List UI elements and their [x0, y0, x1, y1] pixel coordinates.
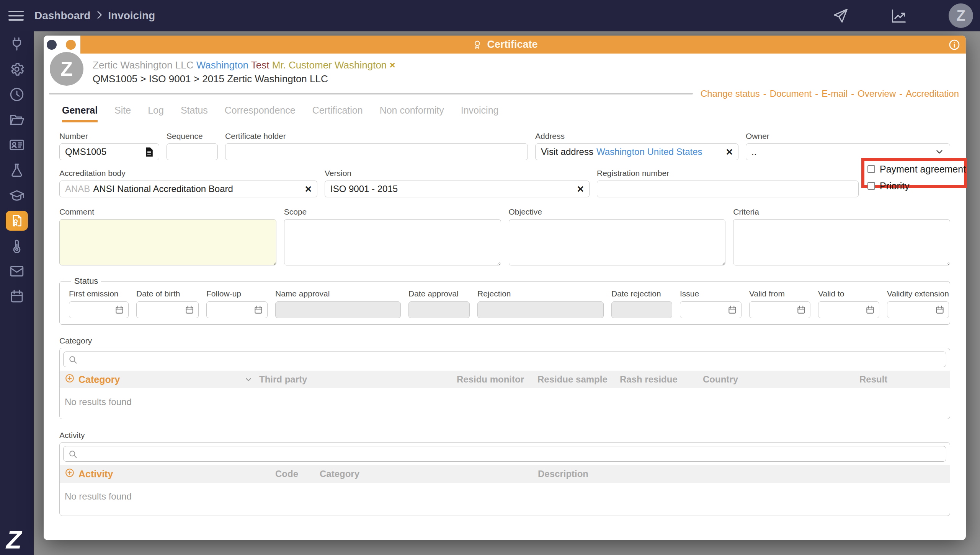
info-icon[interactable] — [948, 39, 960, 51]
chart-icon[interactable] — [890, 7, 907, 24]
col-country[interactable]: Country — [703, 371, 738, 388]
version-field[interactable]: ISO 9001 - 2015 × — [325, 181, 590, 197]
col-category[interactable]: Category — [320, 465, 359, 483]
sidebar-item-contacts[interactable] — [0, 132, 34, 158]
clear-version-icon[interactable]: × — [577, 183, 584, 195]
link-document[interactable]: Document — [770, 88, 812, 99]
tab-non-conformity[interactable]: Non conformity — [380, 105, 444, 122]
calendar-icon[interactable] — [114, 305, 124, 315]
sidebar-item-plug[interactable] — [0, 31, 34, 57]
clear-accreditation-body-icon[interactable]: × — [305, 183, 312, 195]
valid-from-date-field[interactable] — [749, 301, 810, 318]
tab-site[interactable]: Site — [114, 105, 131, 122]
sort-chevron-icon[interactable] — [243, 371, 253, 388]
entity-contact-link[interactable]: Mr. Customer Washington — [272, 59, 387, 71]
calendar-icon[interactable] — [727, 305, 737, 315]
follow-up-date-field[interactable] — [206, 301, 268, 318]
entity-location-link[interactable]: Washington — [196, 59, 248, 71]
validity-extension-date-field[interactable] — [887, 301, 949, 318]
window-dot-orange[interactable] — [66, 40, 76, 50]
tab-general[interactable]: General — [62, 105, 98, 122]
activity-search-input[interactable] — [63, 446, 946, 462]
comment-textarea[interactable] — [59, 219, 276, 265]
chevron-down-icon — [934, 147, 944, 157]
tab-status[interactable]: Status — [181, 105, 208, 122]
col-third-party[interactable]: Third party — [259, 371, 307, 388]
col-result[interactable]: Result — [859, 371, 887, 388]
scope-textarea[interactable] — [284, 219, 501, 265]
col-residue-sample[interactable]: Residue sample — [537, 371, 608, 388]
add-activity-icon[interactable] — [65, 468, 75, 480]
send-icon[interactable] — [832, 7, 849, 24]
sidebar-item-time[interactable] — [0, 82, 34, 107]
link-change-status[interactable]: Change status — [701, 88, 760, 99]
number-field[interactable]: QMS1005 — [59, 143, 159, 160]
calendar-icon[interactable] — [865, 305, 875, 315]
plug-icon — [9, 36, 25, 52]
calendar-icon[interactable] — [185, 305, 194, 315]
flask-icon — [9, 162, 25, 178]
breadcrumb-invoicing[interactable]: Invoicing — [108, 10, 155, 22]
add-activity-button[interactable]: Activity — [78, 469, 113, 480]
id-card-icon — [9, 137, 25, 153]
issue-date-field[interactable] — [680, 301, 742, 318]
calendar-icon[interactable] — [796, 305, 806, 315]
tab-log[interactable]: Log — [148, 105, 164, 122]
sidebar-item-training[interactable] — [0, 183, 34, 208]
hamburger-menu-icon[interactable] — [8, 8, 24, 23]
sidebar-item-calendar[interactable] — [0, 284, 34, 309]
col-rash-residue[interactable]: Rash residue — [620, 371, 678, 388]
col-code[interactable]: Code — [275, 465, 298, 483]
owner-select[interactable]: .. — [746, 143, 950, 160]
tab-correspondence[interactable]: Correspondence — [225, 105, 296, 122]
quick-links-row: Change status - Document - E-mail - Over… — [44, 88, 966, 99]
sidebar-item-projects[interactable] — [0, 107, 34, 132]
rejection-field — [477, 301, 604, 318]
registration-number-field[interactable] — [597, 181, 859, 197]
clear-address-icon[interactable]: × — [726, 146, 733, 158]
calendar-icon[interactable] — [253, 305, 263, 315]
search-icon — [68, 449, 78, 461]
col-description[interactable]: Description — [538, 465, 588, 483]
link-accreditation[interactable]: Accreditation — [906, 88, 959, 99]
objective-textarea[interactable] — [509, 219, 726, 265]
first-emission-date-field[interactable] — [69, 301, 129, 318]
calendar-icon[interactable] — [935, 305, 945, 315]
col-residu-monitor[interactable]: Residu monitor — [457, 371, 524, 388]
window-dot-navy[interactable] — [47, 40, 57, 50]
general-form: Number QMS1005 Sequence Certificate hold… — [44, 132, 966, 516]
sidebar-item-lab[interactable] — [0, 158, 34, 183]
valid-to-date-field[interactable] — [818, 301, 879, 318]
tab-invoicing[interactable]: Invoicing — [461, 105, 499, 122]
certificate-holder-field[interactable] — [225, 143, 528, 160]
accreditation-body-field[interactable]: ANAB ANSI National Accreditation Board × — [59, 181, 317, 197]
category-search-input[interactable] — [63, 352, 946, 367]
sidebar-item-settings[interactable] — [0, 57, 34, 82]
address-value-link[interactable]: Washington United States — [596, 146, 702, 157]
checkbox-icon[interactable] — [867, 165, 875, 173]
sidebar-item-mail[interactable] — [0, 259, 34, 284]
date-of-birth-field[interactable] — [136, 301, 199, 318]
add-category-button[interactable]: Category — [78, 374, 120, 385]
agreement-checkboxes: Payment agreement Priority — [867, 161, 963, 194]
link-overview[interactable]: Overview — [858, 88, 896, 99]
user-avatar[interactable]: Z — [949, 3, 973, 28]
add-category-icon[interactable] — [65, 373, 75, 386]
zertic-logo: Z — [6, 525, 21, 554]
entity-remove-icon[interactable]: × — [390, 59, 395, 71]
sequence-field[interactable] — [167, 143, 218, 160]
priority-checkbox[interactable]: Priority — [867, 177, 963, 194]
sidebar-item-temperature[interactable] — [0, 233, 34, 259]
tab-certification[interactable]: Certification — [312, 105, 363, 122]
criteria-textarea[interactable] — [733, 219, 950, 265]
payment-agreement-checkbox[interactable]: Payment agreement — [867, 161, 963, 177]
registration-number-label: Registration number — [597, 169, 859, 178]
checkbox-icon[interactable] — [867, 182, 875, 190]
envelope-icon — [9, 263, 25, 279]
sidebar-item-certificates[interactable] — [0, 208, 34, 233]
link-email[interactable]: E-mail — [822, 88, 848, 99]
comment-label: Comment — [59, 207, 276, 216]
breadcrumb-dashboard[interactable]: Dashboard — [34, 10, 90, 22]
document-icon[interactable] — [145, 147, 154, 157]
address-field[interactable]: Visit address Washington United States × — [535, 143, 738, 160]
